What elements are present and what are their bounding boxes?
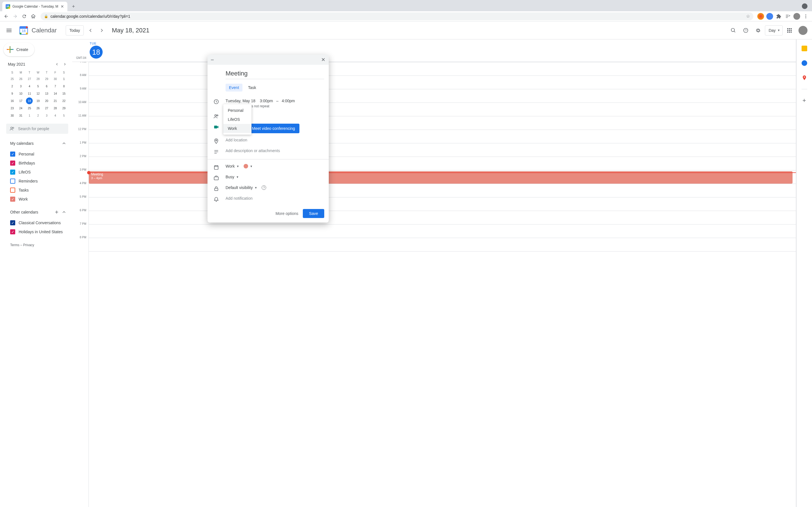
mini-cal-day[interactable]: 25 <box>9 75 15 82</box>
google-apps-button[interactable] <box>784 25 795 36</box>
settings-button[interactable] <box>753 25 764 36</box>
mini-cal-day[interactable]: 15 <box>61 90 67 97</box>
mini-cal-day[interactable]: 21 <box>52 98 59 104</box>
mini-cal-day[interactable]: 28 <box>35 75 42 82</box>
mini-cal-day[interactable]: 2 <box>9 83 15 90</box>
mini-cal-day[interactable]: 23 <box>9 105 15 112</box>
mini-cal-day[interactable]: 2 <box>35 112 42 119</box>
my-calendars-toggle[interactable]: My calendars <box>10 138 66 149</box>
calendar-checkbox[interactable]: ✓ <box>10 229 15 234</box>
mini-cal-day[interactable]: 7 <box>52 83 59 90</box>
dropdown-option[interactable]: LifeOS <box>223 115 252 124</box>
modal-close-button[interactable]: ✕ <box>321 57 325 63</box>
mini-cal-day[interactable]: 24 <box>17 105 24 112</box>
new-tab-button[interactable]: + <box>70 3 78 10</box>
mini-cal-day[interactable]: 27 <box>26 75 33 82</box>
mini-cal-day[interactable]: 6 <box>43 83 50 90</box>
keep-button[interactable] <box>799 43 810 54</box>
mini-cal-day[interactable]: 5 <box>61 112 67 119</box>
mini-cal-day[interactable]: 11 <box>26 90 33 97</box>
reload-button[interactable] <box>20 12 28 20</box>
maps-button[interactable] <box>799 72 810 83</box>
mini-cal-day[interactable]: 12 <box>35 90 42 97</box>
mini-cal-day[interactable]: 20 <box>43 98 50 104</box>
calendar-item[interactable]: ✓Birthdays <box>10 159 66 168</box>
calendar-item[interactable]: Tasks <box>10 186 66 194</box>
tab-event[interactable]: Event <box>225 83 243 92</box>
extension-icon[interactable] <box>766 13 773 20</box>
support-button[interactable]: ? <box>740 25 751 36</box>
calendar-checkbox[interactable]: ✓ <box>10 161 15 166</box>
mini-cal-day[interactable]: 31 <box>17 112 24 119</box>
calendar-item[interactable]: ✓Classical Conversations <box>10 218 66 227</box>
mini-cal-day[interactable]: 25 <box>26 105 33 112</box>
day-body[interactable]: 7 AM8 AM9 AM10 AM11 AM12 PM1 PM2 PM3 PM4… <box>72 62 796 507</box>
mini-cal-day[interactable]: 18 <box>26 98 33 104</box>
other-calendars-toggle[interactable]: Other calendars <box>10 207 66 217</box>
extensions-puzzle-icon[interactable] <box>775 12 783 20</box>
mini-cal-day[interactable]: 14 <box>52 90 59 97</box>
drag-handle-icon[interactable]: ═ <box>211 57 214 62</box>
chrome-menu-icon[interactable] <box>802 12 810 20</box>
dropdown-option[interactable]: Work <box>223 124 252 133</box>
mini-cal-day[interactable]: 16 <box>9 98 15 104</box>
address-bar[interactable]: 🔒 calendar.google.com/calendar/u/0/r/day… <box>41 12 753 20</box>
mini-cal-day[interactable]: 5 <box>35 83 42 90</box>
mini-cal-day[interactable]: 10 <box>17 90 24 97</box>
calendar-checkbox[interactable] <box>10 187 15 193</box>
mini-cal-prev[interactable] <box>54 61 60 68</box>
back-button[interactable] <box>2 12 10 20</box>
mini-cal-day[interactable]: 27 <box>43 105 50 112</box>
notification-row[interactable]: Add notification <box>212 194 324 205</box>
calendar-checkbox[interactable]: ✓ <box>10 220 15 225</box>
bookmark-star-icon[interactable]: ☆ <box>746 13 750 19</box>
today-button[interactable]: Today <box>66 25 84 36</box>
tasks-button[interactable] <box>799 57 810 69</box>
calendar-item[interactable]: ✓Work <box>10 194 66 204</box>
prev-period-button[interactable] <box>86 26 95 35</box>
repeat-label[interactable]: Does not repeat <box>245 104 324 109</box>
calendar-item[interactable]: ✓LifeOS <box>10 168 66 177</box>
extension-icon[interactable] <box>757 13 764 20</box>
search-button[interactable] <box>728 25 739 36</box>
mini-cal-day[interactable]: 3 <box>43 112 50 119</box>
tab-task[interactable]: Task <box>245 83 260 92</box>
dropdown-option[interactable]: Personal <box>223 106 252 115</box>
busy-dropdown[interactable]: Busy ▼ <box>225 175 239 179</box>
calendar-item[interactable]: ✓Personal <box>10 150 66 159</box>
end-time[interactable]: 4:00pm <box>282 99 295 103</box>
mini-cal-day[interactable]: 30 <box>9 112 15 119</box>
mini-cal-day[interactable]: 1 <box>61 75 67 82</box>
close-tab-icon[interactable]: ✕ <box>61 4 64 9</box>
forward-button[interactable] <box>11 12 19 20</box>
mini-cal-next[interactable] <box>61 61 68 68</box>
mini-cal-day[interactable]: 17 <box>17 98 24 104</box>
calendar-checkbox[interactable]: ✓ <box>10 170 15 175</box>
mini-cal-day[interactable]: 19 <box>35 98 42 104</box>
browser-tab[interactable]: 18 Google Calendar - Tuesday, M ✕ <box>2 2 67 11</box>
location-row[interactable]: Add location <box>212 135 324 146</box>
start-time[interactable]: 3:00pm <box>260 99 273 103</box>
save-button[interactable]: Save <box>303 209 324 218</box>
account-avatar[interactable] <box>799 26 808 35</box>
reading-list-icon[interactable] <box>784 12 792 20</box>
visibility-dropdown[interactable]: Default visibility ▼ <box>225 185 257 190</box>
mini-cal-day[interactable]: 29 <box>61 105 67 112</box>
calendar-item[interactable]: ✓Holidays in United States <box>10 227 66 236</box>
footer-links[interactable]: Terms – Privacy <box>2 240 72 250</box>
calendar-dropdown[interactable]: Work ▼ <box>225 164 239 168</box>
profile-icon[interactable] <box>802 3 808 9</box>
events-column[interactable]: Meeting 3 – 4pm <box>89 62 796 507</box>
event-block[interactable]: Meeting 3 – 4pm <box>89 171 793 184</box>
mini-cal-day[interactable]: 30 <box>52 75 59 82</box>
mini-cal-day[interactable]: 3 <box>17 83 24 90</box>
event-title-input[interactable] <box>225 68 324 79</box>
more-options-button[interactable]: More options <box>275 211 298 216</box>
create-button[interactable]: Create <box>3 43 35 56</box>
add-calendar-icon[interactable] <box>54 210 59 215</box>
home-button[interactable] <box>29 12 37 20</box>
chrome-profile-avatar[interactable] <box>794 13 800 20</box>
calendar-checkbox[interactable] <box>10 179 15 184</box>
mini-cal-day[interactable]: 4 <box>52 112 59 119</box>
event-date[interactable]: Tuesday, May 18 <box>225 99 255 103</box>
